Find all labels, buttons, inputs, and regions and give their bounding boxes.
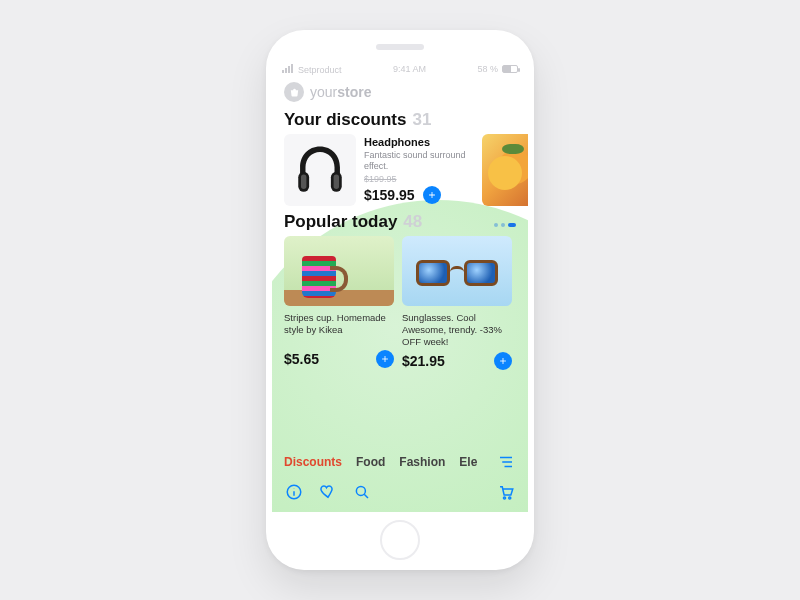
product-image-sunglasses	[402, 236, 512, 306]
svg-line-8	[364, 494, 368, 498]
category-tabs: Discounts Food Fashion Ele	[272, 444, 528, 476]
home-button[interactable]	[380, 520, 420, 560]
heart-icon[interactable]	[318, 482, 338, 502]
svg-rect-3	[334, 175, 339, 190]
svg-rect-2	[301, 175, 306, 190]
search-icon[interactable]	[352, 482, 372, 502]
cart-icon[interactable]	[496, 482, 516, 502]
carrier-label: Setproduct	[298, 65, 342, 75]
popular-price: $21.95	[402, 353, 445, 369]
add-button[interactable]	[494, 352, 512, 370]
clock: 9:41 AM	[393, 64, 426, 74]
svg-point-9	[503, 497, 505, 499]
info-icon[interactable]	[284, 482, 304, 502]
product-desc: Fantastic sound surround effect.	[364, 150, 474, 172]
bottom-toolbar	[272, 476, 528, 512]
discounts-row[interactable]: Headphones Fantastic sound surround effe…	[272, 134, 528, 206]
popular-count: 48	[403, 212, 422, 232]
product-old-price: $199.95	[364, 174, 474, 184]
product-image-headphones	[284, 134, 356, 206]
brand-text-a: your	[310, 84, 337, 100]
status-bar: Setproduct 9:41 AM 58 %	[272, 60, 528, 78]
product-title: Headphones	[364, 136, 474, 148]
product-image-fruit[interactable]	[482, 134, 528, 206]
phone-frame: Setproduct 9:41 AM 58 % yourstore Y	[266, 30, 534, 570]
brand-text-b: store	[337, 84, 371, 100]
svg-point-7	[356, 486, 365, 495]
popular-card[interactable]: Stripes cup. Homemade style by Kikea $5.…	[284, 236, 394, 370]
product-price: $159.95	[364, 187, 415, 203]
popular-card[interactable]: Sunglasses. Cool Awesome, trendy. -33% O…	[402, 236, 512, 370]
more-button[interactable]	[494, 223, 516, 227]
brand-text: yourstore	[310, 84, 371, 100]
tab-overflow[interactable]: Ele	[459, 455, 477, 469]
popular-caption: Sunglasses. Cool Awesome, trendy. -33% O…	[402, 312, 512, 348]
popular-title: Popular today	[284, 212, 397, 232]
store-logo-icon	[284, 82, 304, 102]
svg-point-10	[509, 497, 511, 499]
tab-food[interactable]: Food	[356, 455, 385, 469]
add-button[interactable]	[376, 350, 394, 368]
discounts-count: 31	[412, 110, 431, 130]
filter-icon[interactable]	[496, 452, 516, 472]
popular-caption: Stripes cup. Homemade style by Kikea	[284, 312, 394, 346]
popular-header: Popular today 48	[272, 206, 528, 236]
tab-fashion[interactable]: Fashion	[399, 455, 445, 469]
svg-point-6	[294, 488, 295, 489]
popular-row[interactable]: Stripes cup. Homemade style by Kikea $5.…	[272, 236, 528, 370]
tab-discounts[interactable]: Discounts	[284, 455, 342, 469]
popular-price: $5.65	[284, 351, 319, 367]
battery-pct: 58 %	[477, 64, 498, 74]
discount-card[interactable]: Headphones Fantastic sound surround effe…	[284, 134, 474, 206]
battery-icon	[502, 65, 518, 73]
brand-row: yourstore	[272, 78, 528, 104]
app-screen: Setproduct 9:41 AM 58 % yourstore Y	[272, 60, 528, 512]
add-button[interactable]	[423, 186, 441, 204]
product-image-mug	[284, 236, 394, 306]
discounts-title: Your discounts	[284, 110, 406, 130]
phone-speaker	[376, 44, 424, 50]
signal-icon	[282, 64, 294, 75]
discounts-header: Your discounts 31	[272, 104, 528, 134]
